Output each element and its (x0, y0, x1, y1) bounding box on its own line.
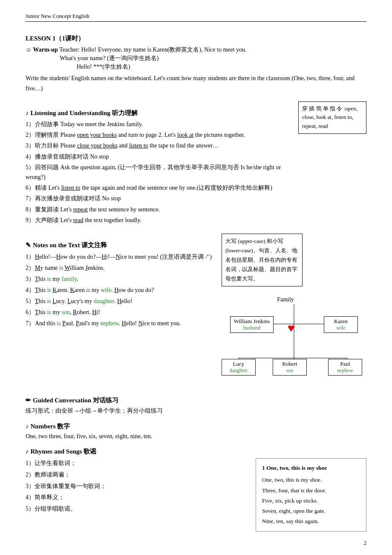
notes-section: ✎ Notes on the Text 课文注释 1）Hello!—How do… (26, 234, 366, 389)
william-name: William Jenkins (234, 318, 270, 325)
rhymes-title: ♪ Rhymes and Songs 歌谣 (26, 448, 366, 456)
song-line-2: Three, four, that is the door. (262, 486, 360, 496)
list-item: 7）And this is Paul. Paul's my nephew. He… (26, 318, 217, 328)
paul-box: Paul nephew (328, 359, 362, 376)
numbers-title: ♪ Numbers 数字 (26, 422, 366, 431)
warmup-line3: Hello! ***(学生姓名) (77, 63, 366, 71)
notes-title-text: Notes on the Text 课文注释 (33, 241, 107, 249)
list-item: 5）This is Lucy. Lucy's my daughter. Hell… (26, 296, 217, 306)
warmup-line2: What's your name? (逐一询问学生姓名) (60, 55, 366, 62)
warmup-teacher-line: Teacher: Hello! Everyone, my name is Kar… (59, 46, 246, 53)
rhymes-content: 1）让学生看歌词； 2）教师读两遍； 3）全班集体重复每一句歌词； 4）简单释义… (26, 458, 366, 532)
numbers-text: One, two three, four, five, six, seven, … (26, 433, 366, 440)
list-item: 4）简单释义； (26, 492, 247, 503)
karen-name: Karen (328, 318, 354, 325)
numbers-section: ♪ Numbers 数字 One, two three, four, five,… (26, 422, 366, 440)
list-item: 5）回答问题 Ask the question again, (让一个学生回答，… (26, 163, 294, 182)
numbers-title-text: Numbers 数字 (31, 422, 70, 431)
page-header: Junior New Concept English (26, 13, 366, 22)
numbers-icon: ♪ (26, 423, 29, 430)
list-item: 6）精读 Let's listen to the tape again and … (26, 183, 294, 193)
list-item: 4）This is Karen. Karen is my wife. How d… (26, 285, 217, 295)
list-item: 6）This is my son, Robert. Hi! (26, 307, 217, 317)
list-item: 9）大声朗读 Let's read the text together loud… (26, 216, 294, 225)
paul-role: nephew (332, 367, 358, 374)
list-item: 1）Hello!—How do you do?—Hi!—Nice to meet… (26, 252, 217, 262)
notes-list: 1）Hello!—How do you do?—Hi!—Nice to meet… (26, 252, 217, 329)
list-item: 5）分组学唱歌谣。 (26, 504, 247, 514)
listening-list: 1）介绍故事 Today we meet the Jenkins family.… (26, 120, 294, 225)
list-item: 3）听力目标 Please close your books and liste… (26, 141, 294, 150)
guided-text: 练习形式：由全班→小组→单个学生；再分小组练习 (26, 407, 366, 415)
rhymes-title-text: Rhymes and Songs 歌谣 (31, 448, 97, 456)
guided-icon: ✏ (26, 396, 31, 404)
list-item: 8）重复跟读 Let's repeat the text sentence by… (26, 205, 294, 214)
family-tree: Family William Jenkins husband ♥ Karen w… (222, 295, 366, 389)
song-title: 1 One, two, this is my shoe (262, 463, 360, 473)
listening-title-text: Listening and Understanding 听力理解 (31, 109, 138, 117)
listening-title: ♪ Listening and Understanding 听力理解 (26, 109, 294, 117)
notes-side-box: 大写 (upper-case) 和小写 (lower-case)。句首、人名、地… (222, 234, 303, 286)
list-item: 1）让学生看歌词； (26, 458, 247, 468)
robert-role: son (277, 367, 303, 374)
list-item: 3）全班集体重复每一句歌词； (26, 481, 247, 491)
list-item: 4）播放录音或朗读对话 No stop (26, 152, 294, 162)
heart-icon: ♥ (288, 321, 295, 335)
lucy-box: Lucy daughter (222, 359, 256, 376)
song-line-4: Seven, eight, open the gate. (262, 506, 360, 516)
robert-name: Robert (277, 361, 303, 367)
lucy-role: daughter (225, 367, 252, 374)
song-line-1: One, two, this is my shoe. (262, 475, 360, 485)
notes-main: ✎ Notes on the Text 课文注释 1）Hello!—How do… (26, 234, 217, 330)
notes-icon: ✎ (26, 241, 31, 249)
listening-main: ♪ Listening and Understanding 听力理解 1）介绍故… (26, 101, 294, 227)
list-item: 7）再次播放录音或朗读对话 No stop (26, 194, 294, 203)
list-item: 2）理解情景 Please open your books and turn t… (26, 130, 294, 140)
list-item: 1）介绍故事 Today we meet the Jenkins family. (26, 120, 294, 129)
lesson-title: LESSON 1（1课时） (26, 35, 366, 43)
lucy-name: Lucy (225, 361, 252, 367)
guided-section: ✏ Guided Conversation 对话练习 练习形式：由全班→小组→单… (26, 396, 366, 415)
listening-side-box: 穿 插 简 单 指 令 :open, close, look at, liste… (298, 101, 366, 134)
william-role: husband (234, 325, 270, 331)
header-title: Junior New Concept English (26, 13, 89, 20)
william-box: William Jenkins husband (230, 316, 274, 333)
notes-title: ✎ Notes on the Text 课文注释 (26, 241, 217, 249)
warmup-label: ☺ Warm-up (26, 46, 58, 53)
listening-icon: ♪ (26, 110, 29, 117)
karen-box: Karen wife (324, 316, 358, 333)
warmup-line1: ☺ Warm-up Teacher: Hello! Everyone, my n… (26, 46, 366, 54)
list-item: 2）My name is William Jenkins. (26, 263, 217, 273)
side-box-content: 穿 插 简 单 指 令 :open, close, look at, liste… (302, 105, 357, 130)
page-number-bottom: 2 (364, 540, 367, 546)
rhymes-icon: ♪ (26, 448, 29, 455)
rhymes-list: 1）让学生看歌词； 2）教师读两遍； 3）全班集体重复每一句歌词； 4）简单释义… (26, 458, 247, 532)
warmup-para: Write the students' English names on the… (26, 73, 366, 94)
song-line-3: Five, six, pick up sticks. (262, 496, 360, 506)
robert-box: Robert son (273, 359, 307, 376)
paul-name: Paul (332, 361, 358, 367)
guided-title-text: Guided Conversation 对话练习 (33, 396, 118, 405)
song-line-5: Nine, ten, say this again. (262, 516, 360, 526)
song-box: 1 One, two, this is my shoe One, two, th… (256, 458, 366, 532)
list-item: 2）教师读两遍； (26, 470, 247, 480)
karen-role: wife (328, 325, 354, 331)
warmup-section: ☺ Warm-up Teacher: Hello! Everyone, my n… (26, 46, 366, 94)
list-item: 3）This is my family. (26, 274, 217, 284)
rhymes-section: ♪ Rhymes and Songs 歌谣 1）让学生看歌词； 2）教师读两遍；… (26, 448, 366, 532)
guided-title: ✏ Guided Conversation 对话练习 (26, 396, 366, 405)
listening-section: ♪ Listening and Understanding 听力理解 1）介绍故… (26, 101, 366, 227)
family-label: Family (268, 295, 303, 304)
